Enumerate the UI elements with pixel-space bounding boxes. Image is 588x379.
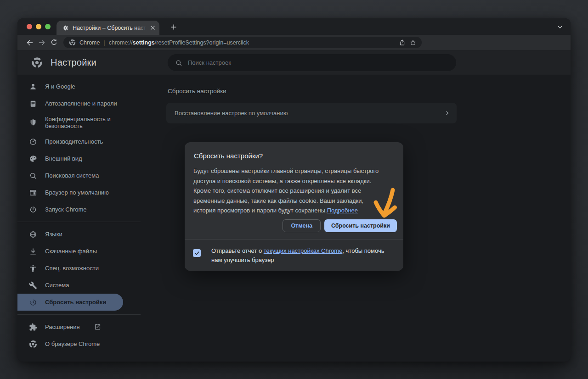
- sidebar-item-downloads[interactable]: Скачанные файлы: [17, 243, 141, 260]
- wrench-icon: [29, 281, 37, 290]
- chrome-logo-icon: [29, 340, 37, 348]
- address-bar[interactable]: Chrome | chrome://settings/resetProfileS…: [63, 37, 422, 48]
- tab-title: Настройки – Сбросить настр: [73, 25, 147, 31]
- tab-settings[interactable]: Настройки – Сбросить настр: [57, 21, 159, 35]
- person-icon: [29, 83, 37, 91]
- reload-button[interactable]: [48, 37, 60, 49]
- sidebar-item-languages[interactable]: Языки: [17, 226, 141, 243]
- palette-icon: [29, 155, 37, 163]
- sidebar-item-reset-settings[interactable]: Сбросить настройки: [17, 294, 123, 311]
- minimize-window-button[interactable]: [36, 24, 41, 29]
- tab-strip: Настройки – Сбросить настр: [17, 18, 571, 35]
- search-icon: [175, 59, 182, 67]
- chrome-logo-icon: [69, 39, 76, 46]
- chevron-right-icon: [444, 110, 450, 116]
- back-button[interactable]: [24, 37, 36, 49]
- browser-toolbar: Chrome | chrome://settings/resetProfileS…: [17, 35, 571, 50]
- restore-defaults-row[interactable]: Восстановление настроек по умолчанию: [166, 103, 457, 123]
- gear-icon: [62, 25, 69, 31]
- dialog-body: Будут сброшены настройки главной страниц…: [185, 160, 394, 216]
- learn-more-link[interactable]: Подробнее: [327, 207, 358, 214]
- settings-body: Я и Google Автозаполнение и пароли Конфи…: [17, 75, 571, 362]
- puzzle-icon: [29, 323, 37, 331]
- report-settings-checkbox[interactable]: [193, 249, 201, 257]
- checkbox-label: Отправьте отчет о текущих настройках Chr…: [211, 246, 393, 271]
- browser-window-icon: [29, 189, 37, 197]
- power-icon: [29, 206, 37, 214]
- share-icon[interactable]: [399, 39, 406, 46]
- url-text: chrome://settings/resetProfileSettings?o…: [109, 39, 249, 46]
- settings-search[interactable]: [168, 54, 456, 71]
- browser-window: Настройки – Сбросить настр Chrome |: [17, 18, 571, 362]
- accessibility-icon: [29, 264, 37, 273]
- sidebar-item-system[interactable]: Система: [17, 277, 141, 294]
- forward-button[interactable]: [36, 37, 48, 49]
- close-tab-icon[interactable]: [150, 25, 155, 30]
- current-settings-link[interactable]: текущих настройках Chrome: [264, 247, 343, 254]
- clipboard-icon: [29, 100, 37, 108]
- site-label: Chrome: [79, 39, 100, 46]
- bookmark-star-icon[interactable]: [409, 39, 417, 46]
- dialog-actions: Отмена Сбросить настройки: [283, 219, 397, 232]
- section-title: Сбросить настройки: [166, 88, 457, 95]
- dialog-footer: Отправьте отчет о текущих настройках Chr…: [185, 239, 403, 271]
- zoom-window-button[interactable]: [45, 24, 51, 29]
- chrome-settings-logo-icon: [31, 57, 43, 68]
- sidebar-item-default-browser[interactable]: Браузер по умолчанию: [17, 184, 141, 201]
- sidebar-item-you-and-google[interactable]: Я и Google: [17, 78, 141, 95]
- speedometer-icon: [29, 138, 37, 146]
- cancel-button[interactable]: Отмена: [283, 219, 321, 232]
- sidebar-item-appearance[interactable]: Внешний вид: [17, 150, 141, 167]
- sidebar-item-search-engine[interactable]: Поисковая система: [17, 167, 141, 184]
- page-title: Настройки: [51, 57, 96, 68]
- settings-sidebar: Я и Google Автозаполнение и пароли Конфи…: [17, 75, 141, 352]
- settings-header: Настройки: [17, 50, 571, 75]
- globe-icon: [29, 230, 37, 239]
- sidebar-item-extensions[interactable]: Расширения: [17, 318, 141, 335]
- sidebar-divider: [17, 222, 141, 222]
- reset-settings-dialog: Сбросить настройки? Будут сброшены настр…: [185, 142, 403, 271]
- sidebar-item-accessibility[interactable]: Спец. возможности: [17, 260, 141, 277]
- sidebar-item-performance[interactable]: Производительность: [17, 133, 141, 150]
- dialog-title: Сбросить настройки?: [185, 142, 403, 160]
- search-icon: [29, 172, 37, 180]
- sidebar-item-on-startup[interactable]: Запуск Chrome: [17, 201, 141, 218]
- sidebar-divider: [17, 314, 141, 315]
- new-tab-button[interactable]: [169, 22, 178, 32]
- url-separator: |: [103, 39, 105, 46]
- external-link-icon: [94, 323, 101, 330]
- reset-clock-icon: [29, 298, 37, 307]
- main-content: Сбросить настройки Восстановление настро…: [166, 75, 457, 123]
- settings-search-input[interactable]: [188, 59, 427, 66]
- tab-search-chevron-icon[interactable]: [556, 23, 563, 30]
- window-controls: [27, 24, 51, 29]
- sidebar-item-autofill[interactable]: Автозаполнение и пароли: [17, 95, 141, 112]
- reset-settings-button[interactable]: Сбросить настройки: [324, 219, 397, 232]
- download-icon: [29, 247, 37, 256]
- sidebar-item-about-chrome[interactable]: О браузере Chrome: [17, 335, 141, 352]
- close-window-button[interactable]: [27, 24, 32, 29]
- shield-icon: [29, 118, 37, 127]
- sidebar-item-privacy-security[interactable]: Конфиденциальность и безопасность: [17, 112, 141, 133]
